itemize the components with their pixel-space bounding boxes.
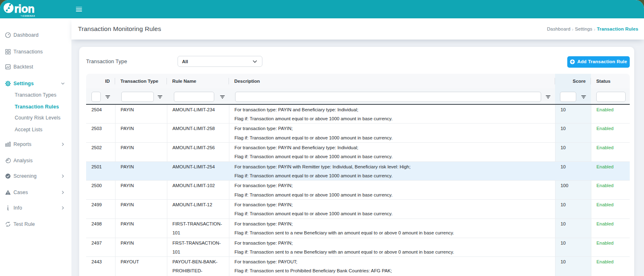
svg-text:rion: rion — [14, 3, 34, 15]
svg-text:ᵇʸCODENAX: ᵇʸCODENAX — [21, 15, 35, 17]
